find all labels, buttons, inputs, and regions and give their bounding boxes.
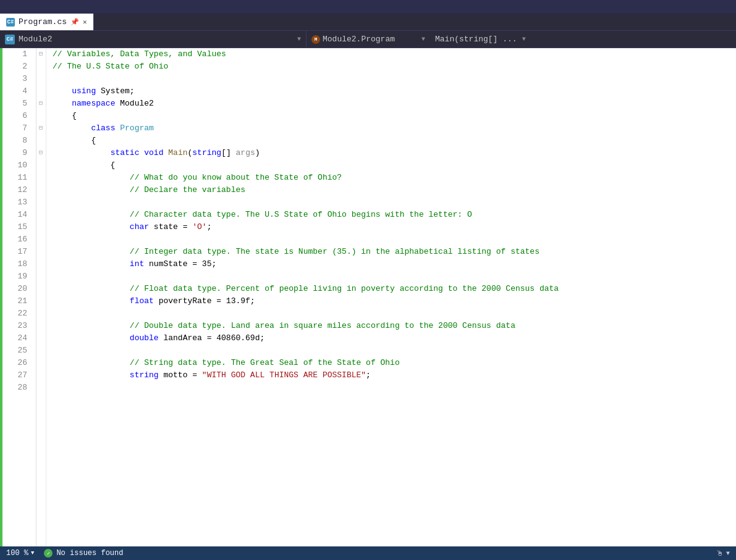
zoom-arrow: ▼ xyxy=(31,550,34,556)
line-number-25: 25 xyxy=(2,345,31,357)
token: // Character data type. The U.S State of… xyxy=(130,210,472,219)
zoom-control[interactable]: 100 % ▼ xyxy=(6,549,34,558)
line-number-1: 1 xyxy=(2,48,31,61)
collapse-btn-26 xyxy=(36,357,45,369)
collapse-btn-19 xyxy=(36,270,45,283)
collapse-btn-13 xyxy=(36,196,45,209)
collapse-btn-25 xyxy=(36,345,45,357)
collapse-btn-9[interactable]: ⊟ xyxy=(36,147,45,159)
collapse-btn-21 xyxy=(36,295,45,307)
token: System; xyxy=(96,86,134,96)
line-number-6: 6 xyxy=(2,110,31,122)
token xyxy=(53,173,130,182)
method-label: Module2.Program xyxy=(323,35,395,44)
collapse-btn-16 xyxy=(36,233,45,246)
code-line-26: // String data type. The Great Seal of t… xyxy=(53,357,736,369)
cursor-dropdown-arrow[interactable]: ▼ xyxy=(726,550,730,557)
code-line-7: class Program xyxy=(53,122,736,135)
line-number-24: 24 xyxy=(2,332,31,345)
token: { xyxy=(53,111,77,120)
collapse-btn-3 xyxy=(36,73,45,85)
collapse-btn-24 xyxy=(36,332,45,345)
check-icon: ✓ xyxy=(44,549,53,558)
line-numbers: 1234567891011121314151617181920212223242… xyxy=(2,48,36,546)
line-number-14: 14 xyxy=(2,209,31,221)
line-number-28: 28 xyxy=(2,382,31,394)
token: ; xyxy=(366,370,371,380)
method-dropdown[interactable]: M Module2.Program ▼ xyxy=(307,31,430,48)
token: Program xyxy=(120,123,154,133)
code-line-15: char state = 'O'; xyxy=(53,221,736,233)
collapse-btn-20 xyxy=(36,283,45,295)
token xyxy=(53,247,130,256)
collapse-btn-7[interactable]: ⊟ xyxy=(36,122,45,135)
token xyxy=(53,259,130,269)
token: // Variables, Data Types, and Values xyxy=(53,49,226,59)
cursor-icon: 🖱 xyxy=(716,549,724,558)
collapse-btn-10 xyxy=(36,159,45,172)
line-number-4: 4 xyxy=(2,85,31,98)
code-content[interactable]: // Variables, Data Types, and Values// T… xyxy=(46,48,736,546)
token: static xyxy=(111,148,140,157)
line-number-18: 18 xyxy=(2,258,31,270)
token: class xyxy=(91,123,115,133)
status-bar: 100 % ▼ ✓ No issues found 🖱 ▼ xyxy=(0,546,736,560)
line-number-7: 7 xyxy=(2,122,31,135)
code-line-28 xyxy=(53,382,736,394)
line-number-27: 27 xyxy=(2,369,31,382)
tab-program-cs[interactable]: C# Program.cs 📌 ✕ xyxy=(0,14,94,30)
collapse-btn-18 xyxy=(36,258,45,270)
collapse-btn-22 xyxy=(36,307,45,320)
token: Main xyxy=(168,148,187,157)
method-icon: M xyxy=(311,35,320,44)
method-detail-arrow: ▼ xyxy=(522,36,526,43)
code-line-22 xyxy=(53,307,736,320)
token: { xyxy=(53,136,96,145)
line-number-10: 10 xyxy=(2,159,31,172)
collapse-btn-11 xyxy=(36,172,45,184)
tab-label: Program.cs xyxy=(19,17,67,27)
issues-status: ✓ No issues found xyxy=(44,549,123,558)
code-line-21: float povertyRate = 13.9f; xyxy=(53,295,736,307)
line-number-9: 9 xyxy=(2,147,31,159)
namespace-dropdown[interactable]: C# Module2 ▼ xyxy=(0,31,307,48)
token: // What do you know about the State of O… xyxy=(130,173,342,182)
code-line-1: // Variables, Data Types, and Values xyxy=(53,48,736,61)
line-number-17: 17 xyxy=(2,246,31,258)
tab-close-button[interactable]: ✕ xyxy=(83,18,87,26)
code-line-13 xyxy=(53,196,736,209)
token: string xyxy=(130,370,159,380)
token: // String data type. The Great Seal of t… xyxy=(130,358,400,367)
collapse-btn-14 xyxy=(36,209,45,221)
line-number-3: 3 xyxy=(2,73,31,85)
code-line-5: namespace Module2 xyxy=(53,98,736,110)
line-number-13: 13 xyxy=(2,196,31,209)
code-pre: // Variables, Data Types, and Values// T… xyxy=(46,48,736,394)
token: // Declare the variables xyxy=(130,185,245,194)
line-number-11: 11 xyxy=(2,172,31,184)
tab-bar: C# Program.cs 📌 ✕ xyxy=(0,14,736,31)
token: state = xyxy=(149,222,192,232)
method-dropdown-arrow: ▼ xyxy=(421,36,425,43)
token: // The U.S State of Ohio xyxy=(53,62,168,71)
token: ; xyxy=(207,222,212,232)
token: numState = 35; xyxy=(144,259,216,269)
collapse-btn-15 xyxy=(36,221,45,233)
code-line-10: { xyxy=(53,159,736,172)
code-line-6: { xyxy=(53,110,736,122)
code-line-19 xyxy=(53,270,736,283)
line-number-15: 15 xyxy=(2,221,31,233)
tab-pin-icon[interactable]: 📌 xyxy=(70,18,79,26)
collapse-btn-5[interactable]: ⊟ xyxy=(36,98,45,110)
line-number-19: 19 xyxy=(2,270,31,283)
collapse-btn-1[interactable]: ⊟ xyxy=(36,48,45,61)
token xyxy=(53,210,130,219)
line-number-22: 22 xyxy=(2,307,31,320)
token: landArea = 40860.69d; xyxy=(159,333,265,343)
token: motto = xyxy=(159,370,202,380)
code-line-14: // Character data type. The U.S State of… xyxy=(53,209,736,221)
token xyxy=(53,148,111,157)
token xyxy=(53,358,130,367)
token: double xyxy=(130,333,159,343)
token: void xyxy=(144,148,163,157)
